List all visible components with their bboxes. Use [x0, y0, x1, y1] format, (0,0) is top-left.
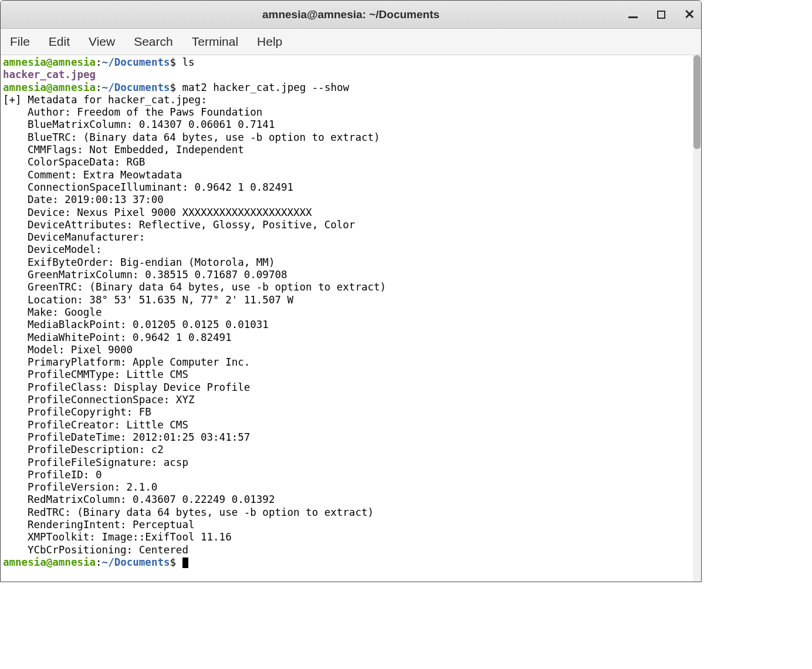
menu-search[interactable]: Search	[131, 33, 175, 50]
metadata-line: Comment: Extra Meowtadata	[3, 169, 691, 181]
terminal-line: [+] Metadata for hacker_cat.jpeg:	[3, 94, 691, 106]
metadata-line: XMPToolkit: Image::ExifTool 11.16	[3, 531, 691, 543]
metadata-line: GreenTRC: (Binary data 64 bytes, use -b …	[3, 281, 691, 293]
metadata-line: DeviceAttributes: Reflective, Glossy, Po…	[3, 219, 691, 231]
close-button[interactable]: ✕	[684, 9, 695, 21]
metadata-line: GreenMatrixColumn: 0.38515 0.71687 0.097…	[3, 269, 691, 281]
metadata-line: DeviceManufacturer:	[3, 231, 691, 244]
metadata-line: BlueMatrixColumn: 0.14307 0.06061 0.7141	[3, 119, 691, 131]
scrollbar-thumb[interactable]	[693, 55, 701, 149]
window-controls: ✕	[627, 9, 695, 21]
menu-help[interactable]: Help	[255, 33, 285, 50]
metadata-line: YCbCrPositioning: Centered	[3, 544, 691, 556]
metadata-line: RedMatrixColumn: 0.43607 0.22249 0.01392	[3, 494, 691, 506]
metadata-line: ProfileFileSignature: acsp	[3, 457, 691, 469]
maximize-button[interactable]	[655, 9, 667, 21]
terminal-content[interactable]: amnesia@amnesia:~/Documents$ lshacker_ca…	[1, 55, 693, 582]
metadata-line: Author: Freedom of the Paws Foundation	[3, 106, 691, 119]
metadata-line: Model: Pixel 9000	[3, 344, 691, 356]
metadata-line: ExifByteOrder: Big-endian (Motorola, MM)	[3, 256, 691, 269]
menu-view[interactable]: View	[86, 33, 117, 50]
metadata-line: ColorSpaceData: RGB	[3, 156, 691, 168]
metadata-line: ProfileDateTime: 2012:01:25 03:41:57	[3, 431, 691, 444]
metadata-line: MediaWhitePoint: 0.9642 1 0.82491	[3, 332, 691, 344]
metadata-line: ConnectionSpaceIlluminant: 0.9642 1 0.82…	[3, 181, 691, 194]
metadata-line: RenderingIntent: Perceptual	[3, 519, 691, 531]
menubar: File Edit View Search Terminal Help	[1, 29, 701, 55]
terminal-line: amnesia@amnesia:~/Documents$ mat2 hacker…	[3, 82, 691, 94]
menu-terminal[interactable]: Terminal	[190, 33, 241, 50]
metadata-line: ProfileID: 0	[3, 469, 691, 481]
metadata-line: RedTRC: (Binary data 64 bytes, use -b op…	[3, 506, 691, 519]
maximize-icon	[657, 11, 665, 19]
metadata-line: ProfileDescription: c2	[3, 444, 691, 456]
metadata-line: PrimaryPlatform: Apple Computer Inc.	[3, 356, 691, 369]
terminal-area[interactable]: amnesia@amnesia:~/Documents$ lshacker_ca…	[1, 55, 701, 582]
cursor	[182, 558, 188, 568]
window-title: amnesia@amnesia: ~/Documents	[262, 8, 439, 21]
close-icon: ✕	[684, 8, 695, 21]
metadata-line: ProfileCopyright: FB	[3, 406, 691, 418]
metadata-line: CMMFlags: Not Embedded, Independent	[3, 144, 691, 156]
metadata-line: ProfileCreator: Little CMS	[3, 419, 691, 431]
minimize-button[interactable]	[627, 9, 639, 21]
terminal-window: amnesia@amnesia: ~/Documents ✕ File Edit…	[0, 0, 702, 582]
metadata-line: Make: Google	[3, 306, 691, 319]
metadata-line: ProfileCMMType: Little CMS	[3, 369, 691, 381]
metadata-line: DeviceModel:	[3, 244, 691, 256]
minimize-icon	[628, 16, 638, 18]
metadata-line: Date: 2019:00:13 37:00	[3, 194, 691, 206]
metadata-line: ProfileClass: Display Device Profile	[3, 381, 691, 394]
titlebar: amnesia@amnesia: ~/Documents ✕	[1, 1, 701, 29]
metadata-line: BlueTRC: (Binary data 64 bytes, use -b o…	[3, 131, 691, 144]
metadata-line: MediaBlackPoint: 0.01205 0.0125 0.01031	[3, 319, 691, 331]
metadata-line: Device: Nexus Pixel 9000 XXXXXXXXXXXXXXX…	[3, 207, 691, 219]
terminal-line: hacker_cat.jpeg	[3, 69, 691, 81]
metadata-line: Location: 38° 53' 51.635 N, 77° 2' 11.50…	[3, 294, 691, 306]
metadata-line: ProfileVersion: 2.1.0	[3, 481, 691, 494]
menu-edit[interactable]: Edit	[46, 33, 72, 50]
terminal-line: amnesia@amnesia:~/Documents$	[3, 556, 691, 569]
terminal-line: amnesia@amnesia:~/Documents$ ls	[3, 56, 691, 69]
menu-file[interactable]: File	[8, 33, 32, 50]
metadata-line: ProfileConnectionSpace: XYZ	[3, 394, 691, 406]
scrollbar[interactable]	[693, 55, 701, 582]
